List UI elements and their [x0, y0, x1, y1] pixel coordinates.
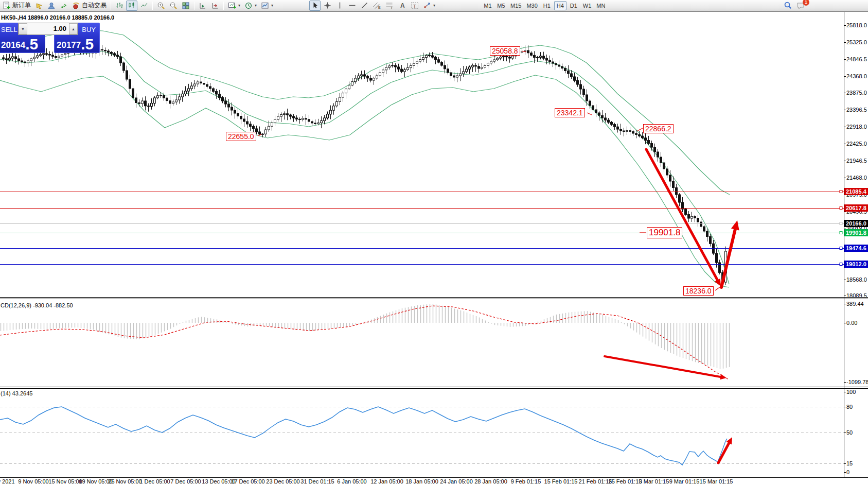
- auto-trading-label: 自动交易: [82, 1, 107, 10]
- rsi-axis-tick: 100: [846, 389, 868, 395]
- chart-annotation-label[interactable]: 19901.8: [647, 227, 682, 238]
- price-line-label: 20617.8: [844, 204, 868, 212]
- market-watch-button[interactable]: [33, 1, 45, 11]
- time-axis-label: 28 Jan 05:00: [474, 478, 507, 484]
- text-tool-button[interactable]: A: [397, 1, 408, 11]
- sell-price: 20164.5: [1, 37, 38, 52]
- tile-windows-button[interactable]: [180, 1, 191, 11]
- rsi-axis-tick: 50: [846, 429, 868, 436]
- timeframe-button-H4[interactable]: H4: [554, 1, 566, 10]
- volume-value[interactable]: 1.00: [27, 23, 69, 34]
- time-axis-label: 21 Feb 01:15: [579, 478, 612, 484]
- vertical-line-tool-button[interactable]: [334, 1, 345, 11]
- zoom-out-button[interactable]: [168, 1, 179, 11]
- chart-annotation-label[interactable]: 23342.1: [555, 108, 585, 117]
- auto-trading-button[interactable]: 自动交易: [70, 1, 108, 11]
- template-icon: [261, 2, 269, 10]
- volume-stepper: ▼ 1.00 ▲: [18, 23, 78, 35]
- timeframe-button-W1[interactable]: W1: [581, 1, 594, 10]
- line-chart-icon: [140, 2, 148, 10]
- horizontal-line-icon: [348, 2, 356, 9]
- auto-trading-icon: [72, 2, 80, 10]
- price-axis-tick: 22918.0: [846, 124, 868, 130]
- svg-text:A: A: [400, 2, 405, 9]
- signal-button[interactable]: [58, 1, 69, 11]
- timeframe-button-M1[interactable]: M1: [482, 1, 494, 10]
- buy-price-pips: .5: [81, 37, 94, 52]
- channel-tool-button[interactable]: E: [371, 1, 383, 11]
- toolbar-separator: [194, 2, 194, 10]
- price-axis-tick: 18089.5: [846, 292, 868, 299]
- time-axis-label: 9 Mar 01:15: [669, 478, 700, 484]
- time-axis-label: 15 Feb 01:15: [544, 478, 578, 484]
- time-axis-label: 25 Feb 01:15: [609, 478, 642, 484]
- time-axis-label: 13 Dec 05:00: [202, 478, 235, 484]
- search-icon: [784, 1, 792, 10]
- new-order-icon: [3, 2, 11, 10]
- down-arrow-icon: ▼: [21, 27, 25, 31]
- buy-price-main: 20177: [57, 39, 81, 52]
- fibonacci-icon: F: [385, 2, 394, 9]
- timeframe-button-H1[interactable]: H1: [541, 1, 553, 10]
- arrows-tool-button[interactable]: ▾: [421, 1, 437, 11]
- line-chart-mode-button[interactable]: [138, 1, 150, 11]
- time-axis-label: 23 Dec 05:00: [266, 478, 299, 484]
- up-arrow-icon: ▲: [72, 27, 75, 31]
- add-indicator-button[interactable]: ▾: [226, 1, 242, 11]
- buy-label: BUY: [82, 26, 96, 33]
- trendline-icon: [361, 2, 368, 9]
- price-line-label: 19474.6: [844, 245, 868, 252]
- timeframe-button-M5[interactable]: M5: [495, 1, 507, 10]
- chart-annotation-label[interactable]: 22655.0: [226, 132, 256, 141]
- search-button[interactable]: [782, 1, 794, 11]
- chart-annotation-label[interactable]: 25058.8: [490, 46, 520, 56]
- buy-price: 20177.5: [57, 37, 94, 52]
- vertical-line-icon: [336, 2, 344, 9]
- auto-scroll-button[interactable]: [209, 1, 221, 11]
- cursor-tool-button[interactable]: [309, 1, 321, 11]
- fibonacci-tool-button[interactable]: F: [384, 1, 396, 11]
- auto-scroll-icon: [211, 2, 219, 10]
- bar-chart-mode-button[interactable]: [114, 1, 125, 11]
- time-axis-label: 9 Nov 05:00: [18, 478, 48, 484]
- timeframe-button-D1[interactable]: D1: [568, 1, 580, 10]
- price-axis-tick: 18568.0: [846, 276, 868, 283]
- profile-button[interactable]: [46, 1, 57, 11]
- clock-icon: [244, 2, 253, 10]
- trendline-tool-button[interactable]: [359, 1, 370, 11]
- new-order-button[interactable]: 新订单: [1, 1, 32, 11]
- horizontal-line-tool-button[interactable]: [346, 1, 358, 11]
- timeframe-button-M15[interactable]: M15: [508, 1, 523, 10]
- dropdown-caret-icon: ▾: [433, 3, 435, 8]
- price-axis-tick: 23875.0: [846, 90, 868, 96]
- timeframe-button-MN[interactable]: MN: [594, 1, 607, 10]
- profile-icon: [47, 2, 56, 10]
- time-axis-label: 31 Dec 01:15: [300, 478, 334, 484]
- template-button[interactable]: ▾: [259, 1, 275, 11]
- tile-windows-icon: [182, 2, 190, 10]
- timeframe-button-M30[interactable]: M30: [524, 1, 539, 10]
- dropdown-caret-icon: ▾: [238, 3, 240, 8]
- text-label-tool-button[interactable]: T: [409, 1, 420, 11]
- notifications-button[interactable]: 1: [795, 1, 807, 11]
- price-axis-tick: 25325.0: [846, 39, 868, 45]
- macd-indicator-label: CD(12,26,9) -930.04 -882.50: [1, 302, 73, 308]
- rsi-axis-tick: 15: [846, 460, 868, 466]
- price-axis-tick: 23396.5: [846, 107, 868, 113]
- crosshair-tool-button[interactable]: [322, 1, 333, 11]
- volume-decrease-button[interactable]: ▼: [19, 23, 27, 34]
- zoom-in-button[interactable]: [155, 1, 167, 11]
- period-button[interactable]: ▾: [243, 1, 258, 11]
- volume-increase-button[interactable]: ▲: [69, 23, 78, 34]
- chart-annotation-label[interactable]: 22866.2: [643, 124, 674, 133]
- price-axis-tick: 22425.0: [846, 141, 868, 147]
- chart-annotation-label[interactable]: 18236.0: [683, 286, 714, 296]
- cursor-icon: [311, 2, 319, 9]
- chart-canvas[interactable]: [0, 0, 868, 484]
- add-indicator-icon: [228, 2, 236, 10]
- price-axis-tick: 21468.0: [846, 175, 868, 181]
- time-axis-label: 12 Jan 05:00: [370, 478, 403, 484]
- chart-shift-button[interactable]: [197, 1, 208, 11]
- candle-chart-mode-button[interactable]: [126, 1, 137, 11]
- arrows-icon: [423, 2, 431, 9]
